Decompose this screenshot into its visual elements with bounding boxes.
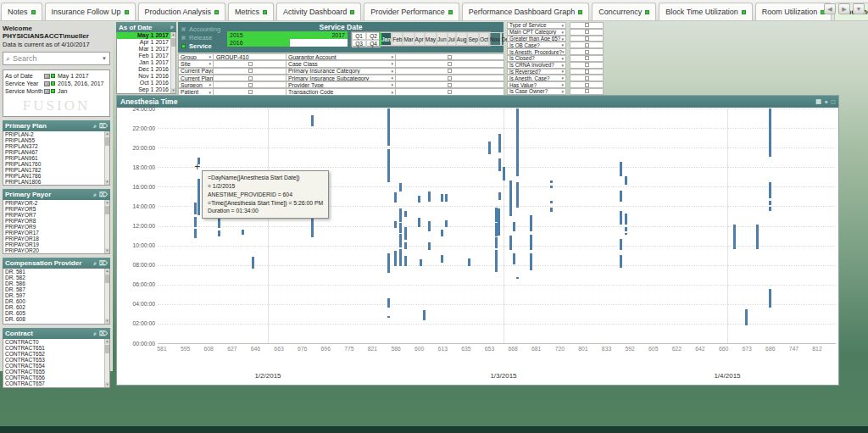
list-item[interactable]: PRIPAYOR19: [3, 241, 109, 247]
clear-icon[interactable]: ⌦: [99, 330, 108, 337]
filter-checkbox-cell[interactable]: [570, 69, 604, 75]
scroll-up-icon[interactable]: ▲: [105, 269, 109, 274]
scroll-down-icon[interactable]: ▼: [171, 88, 175, 93]
time-bar[interactable]: [488, 142, 491, 153]
month-sep[interactable]: Sep: [467, 32, 479, 46]
clear-icon[interactable]: ⌦: [99, 260, 108, 267]
filter-checkbox-cell[interactable]: [570, 88, 604, 95]
search-icon[interactable]: ⌕: [93, 260, 97, 267]
checkbox-icon[interactable]: [585, 30, 589, 34]
time-bar[interactable]: [550, 180, 553, 183]
month-oct[interactable]: Oct: [479, 32, 489, 46]
dropdown-value[interactable]: GROUP-410: [214, 53, 288, 60]
filter-checkbox-cell[interactable]: [570, 81, 604, 88]
time-bar[interactable]: [420, 259, 422, 266]
time-bar[interactable]: [399, 249, 402, 266]
scroll-up-icon[interactable]: ▲: [105, 339, 109, 344]
list-item[interactable]: DR. 597: [3, 292, 109, 298]
checkbox-icon[interactable]: [248, 90, 253, 94]
dropdown-site[interactable]: Site▾: [178, 60, 214, 67]
time-bar[interactable]: [218, 219, 220, 228]
filter-checkbox-cell[interactable]: [570, 29, 604, 36]
list-item[interactable]: PRIPLAN1782: [3, 167, 109, 173]
list-item[interactable]: PRIPLAN55: [3, 137, 109, 143]
list-item[interactable]: DR. 587: [3, 286, 109, 292]
time-bar[interactable]: [194, 203, 197, 214]
month-nov[interactable]: Nov: [489, 32, 501, 46]
clear-selection-icon[interactable]: [44, 81, 50, 86]
scroll-up-icon[interactable]: ▲: [171, 32, 175, 37]
time-bar[interactable]: [387, 298, 390, 308]
tab-notes[interactable]: Notes: [1, 3, 42, 20]
time-bar[interactable]: [769, 182, 771, 197]
time-bar[interactable]: [620, 211, 622, 225]
time-bar[interactable]: [399, 234, 402, 247]
tab-provider-performance[interactable]: Provider Performance: [364, 3, 459, 20]
clear-selection-icon[interactable]: [44, 74, 50, 79]
dropdown-current-plan[interactable]: Current Plan▾: [178, 75, 214, 81]
scroll-thumb[interactable]: [105, 275, 109, 283]
time-bar[interactable]: [498, 192, 501, 201]
checkbox-icon[interactable]: [585, 23, 589, 27]
list-item[interactable]: PRIPLAN1760: [3, 161, 109, 167]
tab-metrics[interactable]: Metrics: [228, 3, 274, 20]
search-icon[interactable]: ⌕: [93, 192, 97, 198]
filter-is-reversed[interactable]: Is Reversed?▾: [507, 69, 566, 75]
scroll-down-icon[interactable]: ▼: [105, 180, 109, 185]
time-bar[interactable]: [404, 211, 407, 216]
dropdown-case-class[interactable]: Case Class▾: [286, 60, 396, 67]
dropdown-value[interactable]: [396, 68, 504, 75]
time-bar[interactable]: [428, 192, 431, 202]
fast-change-icon[interactable]: »: [825, 99, 828, 105]
dropdown-value[interactable]: [214, 81, 288, 88]
as-of-date-item[interactable]: Sep 1 2016: [117, 86, 175, 93]
time-bar[interactable]: [418, 196, 420, 203]
checkbox-icon[interactable]: [448, 62, 452, 66]
list-item[interactable]: PRIPLAN372: [3, 143, 109, 149]
checkbox-icon[interactable]: [585, 43, 589, 47]
list-item[interactable]: PRIPAYOR17: [3, 230, 109, 236]
tab-insurance-follow-up[interactable]: Insurance Follow Up: [45, 3, 136, 20]
dropdown-value[interactable]: [214, 60, 288, 67]
month-mar[interactable]: Mar: [403, 32, 414, 46]
filter-checkbox-cell[interactable]: [570, 42, 604, 48]
time-bar[interactable]: [404, 256, 407, 266]
list-item[interactable]: DR. 608: [3, 316, 109, 322]
filter-is-closed[interactable]: Is Closed?▾: [507, 55, 566, 62]
dropdown-value[interactable]: [214, 75, 288, 81]
date-mode-release[interactable]: Release: [181, 33, 220, 42]
filter-type-of-service[interactable]: Type of Service▾: [507, 22, 566, 29]
as-of-date-item[interactable]: May 1 2017: [117, 32, 175, 39]
time-bar[interactable]: [404, 242, 407, 249]
time-bar[interactable]: [441, 230, 443, 237]
list-item[interactable]: CONTRACT0: [3, 339, 109, 345]
as-of-date-item[interactable]: Apr 1 2017: [117, 39, 175, 46]
dropdown-value[interactable]: [396, 60, 504, 67]
list-item[interactable]: DR. 582: [3, 275, 109, 280]
time-bar[interactable]: [194, 229, 197, 238]
month-jul[interactable]: Jul: [448, 32, 456, 46]
filter-is-ob-case[interactable]: Is OB Case?▾: [507, 42, 566, 48]
time-bar[interactable]: [194, 217, 197, 228]
checkbox-icon[interactable]: [585, 56, 589, 60]
time-bar[interactable]: [733, 225, 736, 248]
date-mode-accounting[interactable]: Accounting: [181, 25, 220, 33]
time-bar[interactable]: [387, 253, 390, 273]
checkbox-icon[interactable]: [585, 76, 589, 80]
filter-checkbox-cell[interactable]: [570, 48, 604, 55]
time-bar[interactable]: [513, 222, 515, 232]
time-bar[interactable]: [498, 158, 501, 171]
time-bar[interactable]: [445, 220, 448, 227]
time-bar[interactable]: [513, 253, 515, 264]
filter-is-anesth-procedure[interactable]: Is Anesth. Procedure?▾: [507, 48, 566, 55]
time-bar[interactable]: [242, 230, 244, 235]
filter-checkbox-cell[interactable]: [570, 55, 604, 62]
time-bar[interactable]: [509, 236, 512, 250]
time-bar[interactable]: [620, 191, 622, 202]
as-of-date-item[interactable]: Nov 1 2016: [117, 73, 175, 80]
search-input[interactable]: ⌕ Search ▼: [3, 52, 110, 65]
list-item[interactable]: PRIPAYOR20: [3, 247, 109, 253]
as-of-date-item[interactable]: Feb 1 2017: [117, 53, 175, 59]
list-item[interactable]: PRIPLAN1806: [3, 179, 109, 185]
dropdown-primary-insurance-subcategory[interactable]: Primary Insurance Subcategory▾: [286, 75, 396, 81]
